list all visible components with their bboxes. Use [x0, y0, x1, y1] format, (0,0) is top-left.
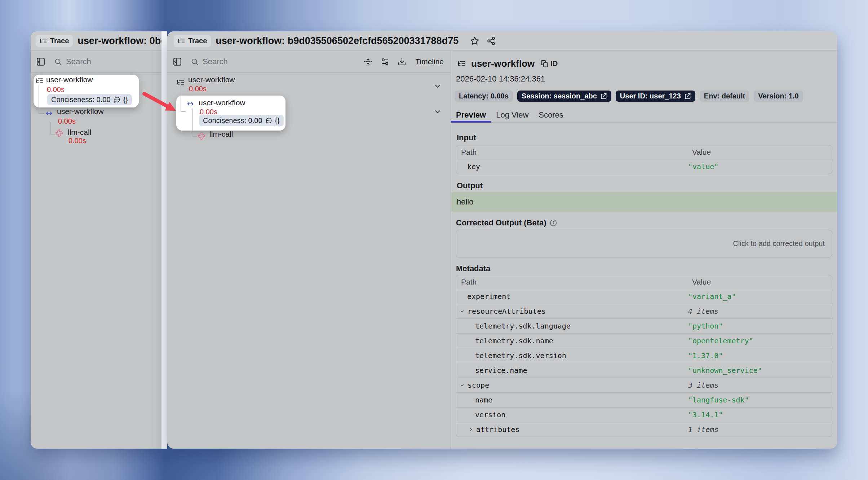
table-row[interactable]: telemetry.sdk.version"1.37.0": [456, 348, 832, 363]
badge-label: Session: session_abc: [522, 92, 597, 100]
settings-sliders-icon[interactable]: [381, 57, 389, 66]
back-window-titlebar: Trace user-workflow: 0bde: [31, 31, 161, 51]
tree-guide-line: [192, 109, 193, 136]
input-table: PathValuekey"value": [456, 145, 832, 174]
generation-fan-icon: [198, 132, 205, 140]
id-label[interactable]: ID: [550, 60, 558, 68]
trace-meta-badge: Version: 1.0: [754, 91, 803, 102]
value-cell: "langfuse-sdk": [688, 396, 749, 404]
fold-vertical-icon[interactable]: [364, 57, 372, 66]
column-header: Path: [456, 148, 687, 157]
value-cell: 4 items: [688, 307, 718, 316]
score-badge[interactable]: Conciseness: 0.00 {}: [199, 115, 284, 126]
badge-label: User ID: user_123: [620, 92, 681, 100]
chevron-down-icon[interactable]: [433, 107, 442, 116]
trace-meta-badge[interactable]: User ID: user_123: [616, 91, 695, 102]
table-row[interactable]: resourceAttributes4 items: [456, 304, 832, 318]
tab-scores[interactable]: Scores: [533, 107, 568, 122]
tree-guide-line: [39, 85, 39, 114]
download-icon[interactable]: [398, 57, 406, 66]
tree-toolbar: Search Timeline: [167, 51, 451, 73]
table-row[interactable]: key"value": [456, 159, 832, 174]
chevron-down-icon[interactable]: [460, 309, 465, 314]
tree-node-duration: 0.00s: [189, 85, 207, 93]
list-tree-icon: [40, 37, 47, 45]
timeline-toggle[interactable]: Timeline: [415, 57, 444, 66]
detail-tabs: PreviewLog ViewScores: [451, 107, 837, 123]
metadata-section-heading: Metadata: [456, 264, 490, 273]
info-icon[interactable]: [550, 219, 557, 226]
panel-left-icon[interactable]: [173, 57, 182, 66]
trace-badges-row: Latency: 0.00sSession: session_abcUser I…: [455, 91, 803, 102]
value-cell: "unknown_service": [688, 366, 762, 375]
list-tree-icon: [178, 37, 185, 45]
table-row[interactable]: telemetry.sdk.name"opentelemetry": [456, 333, 832, 348]
score-badge[interactable]: Conciseness: 0.00 {}: [47, 94, 132, 105]
score-badge-label: Conciseness: 0.00: [51, 96, 111, 104]
list-tree-icon: [457, 60, 466, 68]
chevron-right-icon[interactable]: [468, 427, 474, 432]
tree-node-label[interactable]: llm-call: [68, 128, 91, 137]
table-row[interactable]: scope3 items: [456, 378, 832, 392]
panel-left-icon[interactable]: [36, 57, 45, 66]
table-row[interactable]: version"3.14.1": [456, 407, 832, 422]
tab-log-view[interactable]: Log View: [491, 107, 533, 122]
table-header-row: PathValue: [456, 275, 832, 289]
corrected-output-box[interactable]: Click to add corrected output: [456, 230, 832, 257]
panel-left-icon[interactable]: [36, 57, 45, 66]
corrected-output-heading: Corrected Output (Beta): [456, 218, 546, 228]
path-key: resourceAttributes: [468, 307, 546, 316]
search-input[interactable]: Search: [203, 57, 228, 66]
span-type-icon: [45, 109, 53, 117]
tree-node-label[interactable]: user-workflow: [46, 75, 93, 84]
table-row[interactable]: experiment"variant_a": [456, 289, 832, 304]
chevron-down-icon[interactable]: [460, 383, 465, 388]
chevron-down-icon[interactable]: [433, 107, 442, 116]
copy-id-icon[interactable]: [541, 60, 548, 67]
info-icon[interactable]: [550, 219, 557, 226]
tree-node-label[interactable]: user-workflow: [199, 98, 245, 107]
table-row[interactable]: name"langfuse-sdk": [456, 392, 832, 407]
trace-meta-badge: Latency: 0.00s: [455, 91, 513, 102]
copy-id-icon[interactable]: [541, 60, 548, 67]
value-cell: 1 items: [688, 425, 718, 434]
star-icon[interactable]: [470, 36, 479, 46]
trace-type-badge: Trace: [174, 35, 211, 47]
search-icon: [191, 58, 199, 66]
chevron-down-icon[interactable]: [433, 82, 442, 91]
star-icon[interactable]: [470, 36, 479, 46]
path-key: experiment: [467, 292, 510, 301]
tab-preview[interactable]: Preview: [451, 107, 491, 122]
search-input[interactable]: Search: [66, 57, 91, 66]
external-link-icon[interactable]: [684, 93, 691, 100]
front-window-title: user-workflow: b9d035506502efcfd56520033…: [216, 35, 459, 47]
trace-meta-badge: Env: default: [700, 91, 749, 102]
back-window-title: user-workflow: 0bde: [78, 35, 161, 47]
trace-badge-label: Trace: [50, 37, 69, 45]
tree-node-label[interactable]: user-workflow: [188, 75, 235, 84]
share-icon[interactable]: [487, 36, 496, 45]
value-cell: "3.14.1": [688, 410, 723, 419]
column-header: Path: [456, 278, 687, 286]
search-icon: [54, 58, 62, 66]
observation-title: user-workflow: [471, 58, 535, 69]
fold-vertical-icon[interactable]: [364, 57, 372, 66]
score-badge-braces: {}: [275, 116, 280, 125]
tree-node-label[interactable]: llm-call: [209, 130, 233, 138]
list-tree-icon: [457, 60, 466, 68]
trace-meta-badge[interactable]: Session: session_abc: [517, 91, 611, 102]
table-row[interactable]: attributes1 items: [456, 422, 832, 437]
download-icon[interactable]: [398, 57, 406, 66]
value-cell: "opentelemetry": [688, 336, 753, 345]
table-row[interactable]: telemetry.sdk.language"python": [456, 318, 832, 333]
tree-node-duration: 0.00s: [58, 117, 76, 125]
tree-node-label[interactable]: user-workflow: [57, 107, 104, 116]
external-link-icon[interactable]: [600, 93, 607, 100]
settings-sliders-icon[interactable]: [381, 57, 389, 66]
share-icon[interactable]: [487, 36, 496, 45]
chevron-down-icon[interactable]: [433, 82, 442, 91]
table-row[interactable]: service.name"unknown_service": [456, 363, 832, 378]
comment-icon: [265, 117, 272, 124]
output-section-heading: Output: [457, 181, 483, 190]
panel-left-icon[interactable]: [173, 57, 182, 66]
